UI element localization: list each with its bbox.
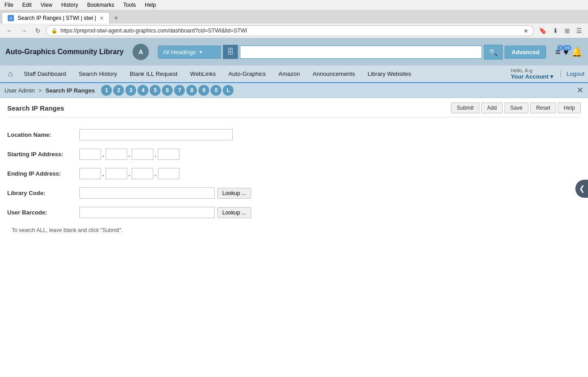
breadcrumb-close-button[interactable]: ✕ [577,85,583,95]
alpha-btn-6[interactable]: 6 [162,85,173,96]
menu-history[interactable]: History [60,1,80,9]
active-tab[interactable]: A Search IP Ranges | STWI | stwi | ✕ [2,12,110,23]
alpha-btn-2[interactable]: 2 [113,85,124,96]
nav-blank-ill-request[interactable]: Blank ILL Request [124,66,184,82]
submit-button[interactable]: Submit [451,102,479,113]
browser-address-bar: ← → ↻ 🔒 https://preprod-stwi-agent.auto-… [0,23,588,38]
menu-view[interactable]: View [39,1,54,9]
heart-icon-badge[interactable]: ♥ F9 [563,47,569,57]
database-icon[interactable]: 🗄 [223,45,238,59]
breadcrumb-bar: User Admin > Search IP Ranges 1 2 3 4 5 … [0,83,588,98]
starting-ip-octet-1[interactable] [79,149,101,160]
ending-ip-octet-4[interactable] [158,168,179,179]
nav-staff-dashboard[interactable]: Staff Dashboard [18,66,73,82]
starting-ip-dot-3: . [155,151,156,158]
menu-help[interactable]: Help [143,1,158,9]
ending-ip-octet-3[interactable] [132,168,153,179]
alpha-btn-9[interactable]: 9 [198,85,209,96]
menu-edit[interactable]: Edit [20,1,33,9]
starting-ip-row: Starting IP Address: . . . [7,149,581,160]
page-title: Search IP Ranges [7,104,64,112]
alpha-btn-1[interactable]: 1 [101,85,112,96]
menu-icon[interactable]: ☰ [574,26,584,35]
alpha-btn-0[interactable]: 0 [211,85,221,96]
user-barcode-label: User Barcode: [7,209,79,216]
breadcrumb-parent[interactable]: User Admin [5,87,35,94]
header-right-icons: ≡ 3 ♥ F9 🔔 [555,47,583,57]
download-icon[interactable]: ⬇ [551,26,560,35]
ending-ip-dot-3: . [155,170,156,177]
refresh-button[interactable]: ↻ [32,26,43,35]
nav-auto-graphics[interactable]: Auto-Graphics [222,66,272,82]
starting-ip-octet-2[interactable] [106,149,127,160]
ending-ip-inputs: . . . [79,168,179,179]
alpha-btn-3[interactable]: 3 [125,85,136,96]
nav-right: Hello, A-g Your Account ▾ Logout [511,68,584,80]
library-code-input[interactable] [79,187,215,199]
library-code-group: Lookup ... [79,187,251,199]
tab-title: Search IP Ranges | STWI | stwi | [18,15,96,21]
content-area: Search IP Ranges Submit Add Save Reset H… [0,98,588,351]
app-header: Auto-Graphics Community Library A All He… [0,38,588,65]
search-input[interactable] [240,46,482,59]
menu-file[interactable]: File [3,1,15,9]
nav-weblinks[interactable]: WebLinks [184,66,222,82]
alpha-buttons: 1 2 3 4 5 6 7 8 9 0 L [101,85,234,96]
nav-announcements[interactable]: Announcements [306,66,361,82]
library-code-label: Library Code: [7,190,79,196]
ending-ip-row: Ending IP Address: . . . [7,168,581,179]
breadcrumb-current: Search IP Ranges [46,87,95,94]
browser-right-icons: 🔖 ⬇ ⊞ ☰ [537,26,584,35]
address-box[interactable]: 🔒 https://preprod-stwi-agent.auto-graphi… [46,25,534,36]
bookmarks-icon[interactable]: 🔖 [537,26,549,35]
nav-search-history[interactable]: Search History [73,66,124,82]
list-badge: 3 [557,45,563,51]
ending-ip-label: Ending IP Address: [7,170,79,177]
hello-text: Hello, A-g [511,68,553,73]
app-title: Auto-Graphics Community Library [5,48,124,56]
menu-tools[interactable]: Tools [121,1,138,9]
search-button[interactable]: 🔍 [484,45,503,60]
menu-bookmarks[interactable]: Bookmarks [85,1,116,9]
ending-ip-octet-1[interactable] [79,168,101,179]
alpha-btn-7[interactable]: 7 [174,85,185,96]
nav-amazon[interactable]: Amazon [272,66,307,82]
location-name-label: Location Name: [7,131,79,138]
starting-ip-octet-4[interactable] [158,149,179,160]
nav-library-websites[interactable]: Library Websites [361,66,418,82]
apps-icon[interactable]: ⊞ [562,26,572,35]
add-button[interactable]: Add [481,102,502,113]
advanced-button[interactable]: Advanced [505,46,546,59]
header-avatar: A [133,44,149,60]
ending-ip-octet-2[interactable] [106,168,127,179]
alpha-btn-L[interactable]: L [223,85,234,96]
account-link[interactable]: Your Account ▾ [511,73,553,80]
alpha-btn-5[interactable]: 5 [150,85,161,96]
forward-button[interactable]: → [18,26,30,35]
ending-ip-dot-2: . [129,170,130,177]
starting-ip-dot-2: . [129,151,130,158]
help-button[interactable]: Help [558,102,581,113]
user-barcode-lookup-button[interactable]: Lookup ... [217,207,251,218]
save-button[interactable]: Save [505,102,528,113]
logout-link[interactable]: Logout [560,70,584,77]
alpha-btn-8[interactable]: 8 [186,85,197,96]
user-barcode-row: User Barcode: Lookup ... [7,207,581,218]
tab-close-button[interactable]: ✕ [100,15,104,21]
location-name-input[interactable] [79,129,233,140]
reset-button[interactable]: Reset [530,102,556,113]
library-code-row: Library Code: Lookup ... [7,187,581,199]
alpha-btn-4[interactable]: 4 [138,85,148,96]
library-code-lookup-button[interactable]: Lookup ... [217,188,251,199]
new-tab-button[interactable]: + [110,13,122,23]
headings-select[interactable]: All Headings ▼ [158,46,221,59]
bell-icon: 🔔 [571,47,583,57]
user-barcode-input[interactable] [79,207,215,218]
account-info: Hello, A-g Your Account ▾ [511,68,553,80]
bell-icon-badge[interactable]: 🔔 [571,47,583,57]
starting-ip-octet-3[interactable] [132,149,153,160]
nav-home-icon[interactable]: ⌂ [4,65,18,82]
list-icon-badge[interactable]: ≡ 3 [555,47,560,57]
hint-text: To search ALL, leave blank and click "Su… [7,227,581,233]
back-button[interactable]: ← [4,26,15,35]
